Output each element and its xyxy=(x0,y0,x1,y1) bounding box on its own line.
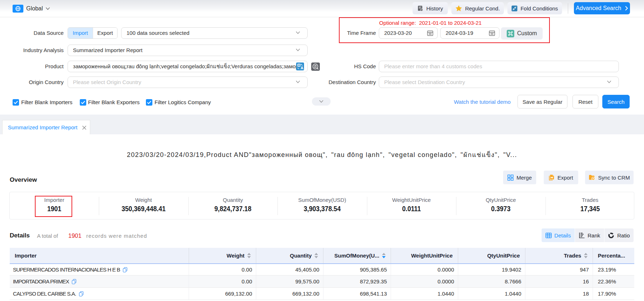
svg-text:A: A xyxy=(300,66,303,70)
